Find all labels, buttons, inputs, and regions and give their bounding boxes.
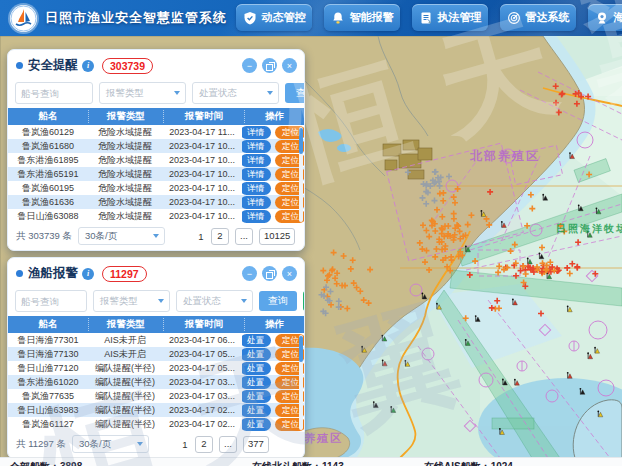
map-zone-label: 北部养殖区	[469, 149, 540, 163]
ship-search-input[interactable]	[15, 82, 93, 104]
page-ellipsis[interactable]: ...	[235, 228, 253, 245]
column-header: 报警类型	[88, 318, 163, 331]
scrollbar-thumb[interactable]	[299, 336, 303, 362]
page-button[interactable]: 2	[211, 228, 229, 245]
page-button[interactable]: 1	[197, 231, 205, 242]
select-placeholder: 报警类型	[106, 87, 144, 100]
table-row[interactable]: 鲁岚渔60195危险水域提醒2023-04-17 10...详情定位	[8, 181, 304, 195]
row-actions: 处置定位	[242, 376, 304, 389]
minimize-button[interactable]: −	[242, 58, 257, 73]
info-icon[interactable]: i	[82, 60, 94, 72]
query-button[interactable]: 查询	[259, 291, 297, 311]
page-button[interactable]: 377	[243, 436, 269, 453]
alarm-time-cell: 2023-04-17 10...	[162, 183, 242, 193]
alarm-time-cell: 2023-04-17 10...	[162, 197, 242, 207]
table-row[interactable]: 鲁岚渔60129危险水域提醒2023-04-17 11...详情定位	[8, 125, 304, 139]
alarm-type-cell: 危险水域提醒	[88, 196, 162, 209]
detail-button[interactable]: 详情	[242, 168, 271, 181]
chevron-down-icon	[137, 442, 143, 446]
table-row[interactable]: 鲁岚渔61680危险水域提醒2023-04-17 10...详情定位	[8, 139, 304, 153]
status-item: 在线北斗船数：1143	[252, 460, 344, 466]
handle-button[interactable]: 处置	[242, 348, 271, 361]
query-button[interactable]: 查询	[285, 83, 305, 103]
shield-check-icon	[243, 11, 257, 25]
nav-tab-coast-monitoring[interactable]: 海岸监控	[588, 4, 622, 31]
ship-name-cell: 鲁岚渔77635	[8, 390, 88, 403]
nav-tab-label: 海岸监控	[614, 10, 622, 25]
detail-button[interactable]: 详情	[242, 196, 271, 209]
brand: 日照市渔业安全智慧监管系统	[10, 0, 227, 36]
scrollbar-thumb[interactable]	[299, 128, 303, 154]
alarm-time-cell: 2023-04-17 02...	[162, 405, 242, 415]
detail-button[interactable]: 详情	[242, 140, 271, 153]
page-ellipsis[interactable]: ...	[219, 436, 237, 453]
row-actions: 处置定位	[242, 418, 304, 431]
table-row[interactable]: 鲁日山渔63088危险水域提醒2023-04-17 10...详情定位	[8, 209, 304, 223]
nav-tab-radar-system[interactable]: 雷达系统	[500, 4, 576, 31]
ship-name-cell: 鲁东港渔65191	[8, 168, 88, 181]
handle-button[interactable]: 处置	[242, 362, 271, 375]
table-row[interactable]: 鲁日海渔77130AIS未开启2023-04-17 05...处置定位	[8, 347, 304, 361]
ship-search-input[interactable]	[15, 290, 87, 312]
table-row[interactable]: 鲁岚渔61636危险水域提醒2023-04-17 10...详情定位	[8, 195, 304, 209]
alarm-time-cell: 2023-04-17 11...	[162, 127, 242, 137]
chevron-down-icon	[241, 299, 247, 303]
page-size-select[interactable]: 30条/页	[78, 227, 165, 245]
nav-tab-smart-alarm[interactable]: 智能报警	[324, 4, 400, 31]
ship-name-cell: 鲁日山渔77120	[8, 362, 88, 375]
alarm-type-cell: 危险水域提醒	[88, 168, 162, 181]
ship-name-cell: 鲁日海渔77301	[8, 334, 88, 347]
detail-button[interactable]: 详情	[242, 126, 271, 139]
table-row[interactable]: 鲁日山渔63983编队提醒(半径)2023-04-17 02...处置定位	[8, 403, 304, 417]
handle-button[interactable]: 处置	[242, 334, 271, 347]
page-button[interactable]: 2	[195, 436, 213, 453]
restore-button[interactable]	[262, 266, 277, 281]
alarm-type-cell: AIS未开启	[88, 348, 162, 361]
nav-tab-law-enforcement[interactable]: 执法管理	[412, 4, 488, 31]
table-row[interactable]: 鲁东港渔61895危险水域提醒2023-04-17 10...详情定位	[8, 153, 304, 167]
table-row[interactable]: 鲁东港渔65191危险水域提醒2023-04-17 10...详情定位	[8, 167, 304, 181]
close-button[interactable]: ×	[282, 266, 297, 281]
column-header: 操作	[244, 110, 304, 123]
handle-button[interactable]: 处置	[242, 404, 271, 417]
alarm-time-cell: 2023-04-17 03...	[162, 377, 242, 387]
row-actions: 详情定位	[242, 182, 304, 195]
handle-status-select[interactable]: 处置状态	[192, 82, 279, 104]
handle-button[interactable]: 处置	[242, 418, 271, 431]
restore-button[interactable]	[262, 58, 277, 73]
page-button[interactable]: 1	[181, 439, 189, 450]
table-header-row: 船名 报警类型 报警时间 操作	[8, 316, 304, 333]
handle-button[interactable]: 处置	[242, 390, 271, 403]
alarm-time-cell: 2023-04-17 10...	[162, 211, 242, 221]
ship-name-cell: 鲁岚渔60195	[8, 182, 88, 195]
table-row[interactable]: 鲁东港渔61020编队提醒(半径)2023-04-17 03...处置定位	[8, 375, 304, 389]
export-button[interactable]: 导出	[303, 291, 305, 311]
page-size-select[interactable]: 30条/页	[72, 435, 149, 453]
detail-button[interactable]: 详情	[242, 210, 271, 223]
ship-name-cell: 鲁日山渔63983	[8, 404, 88, 417]
close-button[interactable]: ×	[282, 58, 297, 73]
detail-button[interactable]: 详情	[242, 182, 271, 195]
pagination-bar: 共 11297 条 30条/页 12...377	[8, 431, 304, 458]
table-row[interactable]: 鲁岚渔61127编队提醒(半径)2023-04-17 02...处置定位	[8, 417, 304, 431]
info-icon[interactable]: i	[82, 268, 94, 280]
alarm-type-cell: 编队提醒(半径)	[88, 404, 162, 417]
alarm-type-select[interactable]: 报警类型	[99, 82, 186, 104]
nav-tab-dynamic-control[interactable]: 动态管控	[236, 4, 312, 31]
window-controls: − ×	[242, 58, 297, 73]
handle-status-select[interactable]: 处置状态	[176, 290, 253, 312]
handle-button[interactable]: 处置	[242, 376, 271, 389]
minimize-button[interactable]: −	[242, 266, 257, 281]
app-logo-icon	[10, 5, 37, 32]
detail-button[interactable]: 详情	[242, 154, 271, 167]
count-badge: 303739	[102, 58, 153, 74]
table-scrollbar	[299, 127, 303, 222]
row-actions: 详情定位	[242, 126, 304, 139]
alarm-type-select[interactable]: 报警类型	[93, 290, 170, 312]
table-row[interactable]: 鲁日山渔77120编队提醒(半径)2023-04-17 05...处置定位	[8, 361, 304, 375]
chevron-down-icon	[153, 234, 159, 238]
page-button[interactable]: 10125	[259, 228, 295, 245]
table-row[interactable]: 鲁日海渔77301AIS未开启2023-04-17 06...处置定位	[8, 333, 304, 347]
ship-name-cell: 鲁日山渔63088	[8, 210, 88, 223]
table-row[interactable]: 鲁岚渔77635编队提醒(半径)2023-04-17 03...处置定位	[8, 389, 304, 403]
